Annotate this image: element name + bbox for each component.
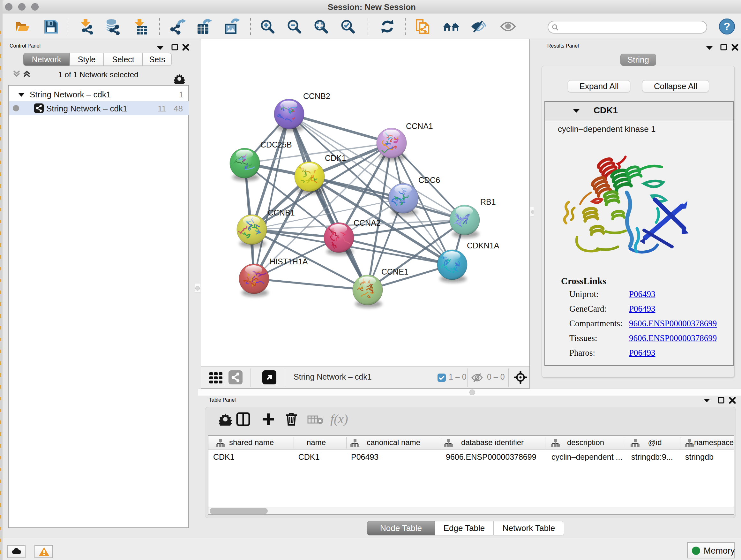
svg-text:CCNA2: CCNA2: [354, 219, 381, 227]
svg-text:CDC25B: CDC25B: [260, 140, 292, 149]
svg-text:HIST1H1A: HIST1H1A: [270, 257, 308, 266]
svg-text:CDC6: CDC6: [418, 176, 440, 185]
svg-text:CDK1: CDK1: [325, 153, 346, 163]
svg-text:RB1: RB1: [480, 197, 496, 206]
svg-text:CDKN1A: CDKN1A: [467, 241, 499, 250]
svg-text:CCNE1: CCNE1: [381, 267, 408, 276]
svg-text:CCNB1: CCNB1: [268, 208, 295, 217]
svg-text:?: ?: [724, 20, 731, 32]
svg-text:CCNA1: CCNA1: [406, 122, 433, 131]
svg-text:CCNB2: CCNB2: [303, 91, 330, 101]
